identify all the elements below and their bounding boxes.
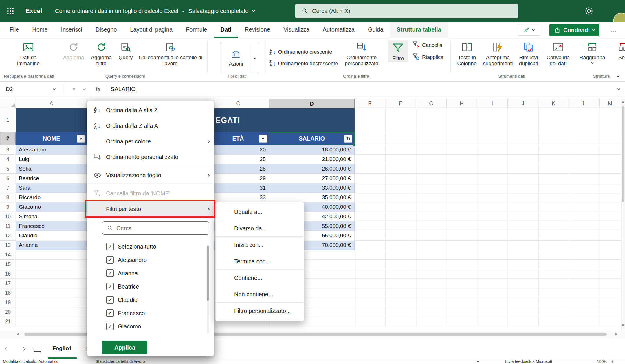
- ribbon-tab[interactable]: Formule: [179, 22, 214, 38]
- document-title[interactable]: Come ordinare i dati in un foglio di cal…: [55, 0, 254, 22]
- filter-button[interactable]: Filtro: [388, 40, 408, 62]
- cancel-entry-button[interactable]: ×: [69, 82, 79, 97]
- zoom-in-button[interactable]: [611, 359, 613, 364]
- ribbon-more-button[interactable]: …: [607, 25, 620, 36]
- submenu-item[interactable]: Inizia con...: [216, 237, 304, 253]
- filter-value-item[interactable]: Francesco: [87, 306, 214, 320]
- row-header[interactable]: 8: [0, 193, 16, 202]
- submenu-item[interactable]: Contiene...: [216, 270, 304, 286]
- insert-function-button[interactable]: fx: [93, 82, 103, 97]
- cell-salario[interactable]: 33.000,00 €: [269, 183, 355, 193]
- ribbon-tab[interactable]: Guida: [361, 22, 390, 38]
- cell-eta[interactable]: 29: [207, 174, 269, 183]
- column-header[interactable]: H: [447, 99, 477, 108]
- query-button[interactable]: Query: [116, 40, 135, 61]
- cell-nome[interactable]: Giacomo: [16, 202, 87, 212]
- share-button[interactable]: Condividi: [549, 24, 599, 36]
- select-all-corner[interactable]: [0, 99, 16, 108]
- filter-value-item[interactable]: Claudio: [87, 293, 214, 306]
- ribbon-tab[interactable]: Layout di pagina: [123, 22, 179, 38]
- workbook-links-button[interactable]: Collegamenti alle cartelle di lavoro: [136, 40, 205, 67]
- row-header[interactable]: 1: [0, 108, 16, 132]
- data-types-gallery[interactable]: Azioni: [221, 43, 259, 73]
- row-header[interactable]: 17: [0, 279, 16, 288]
- checkbox-icon[interactable]: [106, 256, 114, 264]
- feedback-link[interactable]: Invia feedback a Microsoft: [505, 359, 552, 364]
- column-header[interactable]: J: [508, 99, 538, 108]
- checkbox-icon[interactable]: [106, 243, 114, 250]
- filter-value-item[interactable]: Giacomo: [87, 320, 214, 333]
- column-header[interactable]: L: [569, 99, 600, 108]
- cell-salario[interactable]: 35.000,00 €: [269, 193, 355, 202]
- cell-nome[interactable]: Francesco: [16, 221, 87, 231]
- row-header[interactable]: 2: [0, 132, 16, 145]
- filter-search-input[interactable]: [116, 225, 209, 232]
- cell-salario[interactable]: 27.000,00 €: [269, 174, 355, 183]
- submenu-item[interactable]: Termina con...: [216, 253, 304, 270]
- scroll-down-arrow-icon[interactable]: [622, 324, 624, 326]
- flash-fill-button[interactable]: Anteprima suggerimenti: [482, 40, 514, 67]
- ungroup-button-partial[interactable]: Sep: [608, 40, 625, 61]
- submenu-item[interactable]: Uguale a...: [216, 204, 304, 220]
- cell-nome[interactable]: Luigi: [16, 155, 87, 164]
- row-header[interactable]: 20: [0, 307, 16, 317]
- column-header[interactable]: E: [355, 99, 385, 108]
- avatar[interactable]: [613, 13, 625, 22]
- row-header[interactable]: 16: [0, 269, 16, 279]
- filter-dropdown-salario[interactable]: [344, 135, 352, 143]
- clear-filter-button[interactable]: Cancella: [412, 40, 442, 50]
- row-header[interactable]: 10: [0, 212, 16, 221]
- column-header[interactable]: K: [538, 99, 569, 108]
- filter-value-item[interactable]: Alessandro: [87, 253, 214, 267]
- row-header[interactable]: 6: [0, 174, 16, 183]
- name-box[interactable]: D2: [6, 82, 13, 97]
- column-header[interactable]: D: [269, 99, 355, 108]
- row-header[interactable]: 19: [0, 298, 16, 307]
- ribbon-tab[interactable]: Inserisci: [54, 22, 89, 38]
- draw-tool-button[interactable]: [518, 25, 540, 36]
- filter-dropdown-eta[interactable]: [259, 135, 267, 143]
- next-sheet-chevron-icon[interactable]: [22, 347, 26, 351]
- calc-mode-status[interactable]: Modalità di calcolo: Automatico: [3, 359, 58, 364]
- cell-salario[interactable]: 18.000,00 €: [269, 145, 355, 155]
- ribbon-tab[interactable]: Dati: [214, 22, 238, 38]
- sort-ascending-button[interactable]: AZ↓ Ordinamento crescente: [269, 47, 332, 57]
- menu-item-custom-sort[interactable]: Ordinamento personalizzato: [87, 149, 214, 165]
- search-input[interactable]: [312, 8, 518, 14]
- menu-item-text-filters[interactable]: Filtri per testo: [87, 201, 214, 217]
- row-header[interactable]: 18: [0, 288, 16, 298]
- menu-item-sheet-view[interactable]: Visualizzazione foglio: [87, 167, 214, 183]
- app-launcher-button[interactable]: [4, 5, 17, 17]
- menu-item-clear-filter[interactable]: Cancella filtro da 'NOME': [87, 186, 214, 201]
- column-header[interactable]: I: [477, 99, 508, 108]
- menu-item-sort-az[interactable]: AZ↓ Ordina dalla A alla Z: [87, 102, 214, 118]
- cell-nome[interactable]: Sara: [16, 183, 87, 193]
- row-header[interactable]: 12: [0, 231, 16, 241]
- cell-nome[interactable]: Claudio: [16, 231, 87, 241]
- ribbon-tab[interactable]: Automatizza: [316, 22, 361, 38]
- ribbon-tab[interactable]: File: [3, 22, 25, 38]
- ribbon-tab[interactable]: Home: [25, 22, 54, 38]
- cell-eta[interactable]: 20: [207, 145, 269, 155]
- cell-nome[interactable]: Sofia: [16, 164, 87, 174]
- data-from-picture-button[interactable]: Dati da immagine: [8, 40, 49, 67]
- checkbox-icon[interactable]: [106, 309, 114, 317]
- filter-list-scrollbar[interactable]: [207, 245, 209, 334]
- cell-nome[interactable]: Alessandro: [16, 145, 87, 155]
- column-header[interactable]: G: [416, 99, 447, 108]
- row-header[interactable]: 13: [0, 241, 16, 250]
- sheet-tab-foglio1[interactable]: Foglio1: [48, 339, 77, 359]
- row-header[interactable]: 7: [0, 183, 16, 193]
- ribbon-tab[interactable]: Revisione: [238, 22, 277, 38]
- workbook-stats-status[interactable]: Statistiche cartella di lavoro: [96, 359, 145, 364]
- reapply-filter-button[interactable]: Riapplica: [412, 52, 443, 62]
- filter-search-box[interactable]: [102, 221, 209, 235]
- cell-salario[interactable]: 26.000,00 €: [269, 164, 355, 174]
- status-chevron-icon[interactable]: [477, 360, 480, 363]
- column-header[interactable]: M: [600, 99, 621, 108]
- cell-nome[interactable]: Simona: [16, 212, 87, 221]
- scroll-up-arrow-icon[interactable]: [622, 101, 624, 103]
- cell-eta[interactable]: 25: [207, 155, 269, 164]
- row-header[interactable]: 11: [0, 221, 16, 231]
- expand-formula-bar-chevron-icon[interactable]: [617, 88, 620, 90]
